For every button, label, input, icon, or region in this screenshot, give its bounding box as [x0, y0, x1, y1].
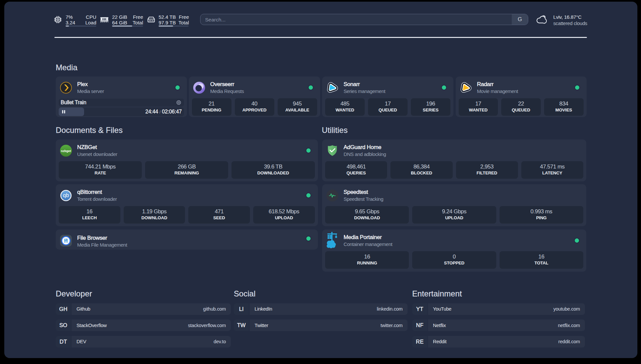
svg-text:qb: qb	[63, 192, 69, 198]
svg-text:nzbget: nzbget	[61, 149, 71, 152]
